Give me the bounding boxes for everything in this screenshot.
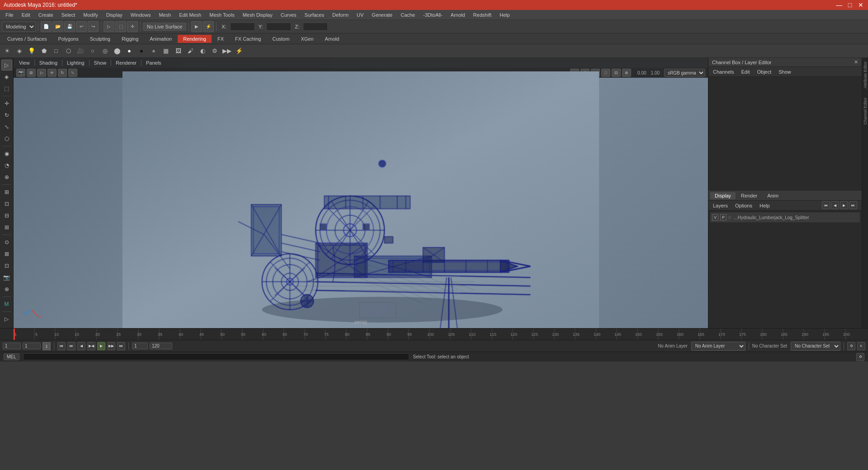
gray-sphere-btn[interactable]: ●: [148, 46, 159, 56]
layout-btn[interactable]: ⊠: [1, 249, 12, 259]
menu-edit-mesh[interactable]: Edit Mesh: [175, 11, 205, 19]
menu-mesh[interactable]: Mesh: [155, 11, 175, 19]
menu-create[interactable]: Create: [35, 11, 57, 19]
render-btn[interactable]: ▶: [191, 21, 202, 32]
light-icon-btn[interactable]: 💡: [26, 46, 37, 56]
layers-nav-layers[interactable]: Layers: [711, 202, 730, 209]
mode-selector[interactable]: Modeling: [2, 22, 36, 32]
timeline[interactable]: 1 5 10 15 20 25 30 35 40 45 50 55 60: [0, 328, 868, 340]
viewport[interactable]: View Shading Lighting Show Renderer Pane…: [14, 58, 708, 328]
go-start-btn[interactable]: ⏮: [57, 342, 66, 350]
save-scene-btn[interactable]: 💾: [64, 21, 75, 32]
select-tool-btn[interactable]: ▷: [1, 60, 12, 70]
area-icon-btn[interactable]: □: [51, 46, 61, 56]
cam-icon-btn[interactable]: 🎥: [75, 46, 86, 56]
tab-sculpting[interactable]: Sculpting: [85, 35, 116, 43]
chan-nav-channels[interactable]: Channels: [711, 68, 736, 75]
tab-xgen[interactable]: XGen: [295, 35, 319, 43]
play-fwd-btn[interactable]: ▶: [97, 342, 105, 350]
go-end-btn[interactable]: ⏭: [117, 342, 125, 350]
ipr2-btn[interactable]: ⚡: [234, 46, 245, 56]
menu-curves[interactable]: Curves: [277, 11, 300, 19]
tab-animation[interactable]: Animation: [144, 35, 177, 43]
select-btn[interactable]: ▷: [104, 21, 114, 32]
new-scene-btn[interactable]: 📄: [41, 21, 52, 32]
open-scene-btn[interactable]: 📂: [52, 21, 63, 32]
move-tool-btn[interactable]: ✛: [1, 98, 12, 109]
char-set-selector[interactable]: No Character Set: [791, 342, 840, 351]
lasso-btn[interactable]: ⬚: [115, 21, 126, 32]
attr-editor-tab[interactable]: Attribute Editor: [863, 61, 868, 89]
vp-menu-shading[interactable]: Shading: [37, 59, 60, 66]
command-input[interactable]: [23, 353, 410, 360]
prev-frame-btn[interactable]: ◀: [77, 342, 85, 350]
current-frame-input[interactable]: [23, 343, 41, 349]
ipr-btn[interactable]: ⚡: [203, 21, 214, 32]
layers-nav-options[interactable]: Options: [733, 202, 754, 209]
chan-nav-show[interactable]: Show: [777, 68, 793, 75]
status-settings-btn[interactable]: ⚙: [856, 353, 864, 361]
dra-tab-anim[interactable]: Anim: [763, 192, 783, 199]
vp-menu-lighting[interactable]: Lighting: [64, 59, 87, 66]
mel-button[interactable]: MEL: [4, 353, 19, 360]
menu-display[interactable]: Display: [103, 11, 126, 19]
snap-curve-btn[interactable]: ⊡: [1, 198, 12, 209]
snap-grid-btn[interactable]: ⊞: [1, 187, 12, 197]
chan-nav-edit[interactable]: Edit: [739, 68, 751, 75]
spot-icon-btn[interactable]: ⬟: [38, 46, 49, 56]
menu-select[interactable]: Select: [58, 11, 79, 19]
close-button[interactable]: ✕: [857, 1, 864, 9]
paint-select-btn[interactable]: ◈: [1, 71, 12, 82]
tab-custom[interactable]: Custom: [267, 35, 295, 43]
tab-fx-caching[interactable]: FX Caching: [230, 35, 266, 43]
soft-mod-btn[interactable]: ◉: [1, 148, 12, 159]
sky-icon-btn[interactable]: ◎: [99, 46, 110, 56]
layer-next2-btn[interactable]: ⏭: [849, 201, 857, 209]
range-start-input[interactable]: [132, 343, 148, 349]
expand-left-btn[interactable]: ▷: [1, 314, 12, 324]
start-frame-input[interactable]: [3, 343, 21, 349]
anim-layer-selector[interactable]: No Anim Layer: [691, 342, 745, 351]
chan-nav-object[interactable]: Object: [755, 68, 773, 75]
x-coord-input[interactable]: [230, 23, 255, 31]
menu-mesh-display[interactable]: Mesh Display: [239, 11, 276, 19]
move-btn[interactable]: ✛: [127, 21, 138, 32]
sun-icon-btn[interactable]: ☀: [2, 46, 13, 56]
layer-next-btn[interactable]: ▶: [840, 201, 848, 209]
sculpt-btn[interactable]: ◔: [1, 160, 12, 171]
z-coord-input[interactable]: [303, 23, 328, 31]
menu-generate[interactable]: Generate: [368, 11, 396, 19]
layers-nav-help[interactable]: Help: [758, 202, 772, 209]
universal-tool-btn[interactable]: ⬡: [1, 133, 12, 144]
texture-btn[interactable]: 🖼: [173, 46, 184, 56]
tab-rendering[interactable]: Rendering: [178, 35, 212, 43]
y-coord-input[interactable]: [266, 23, 291, 31]
layer-visibility-btn[interactable]: V: [712, 214, 718, 221]
menu-windows[interactable]: Windows: [127, 11, 155, 19]
quick-rig-btn[interactable]: ⊕: [1, 284, 12, 295]
menu-modify[interactable]: Modify: [80, 11, 101, 19]
geo-icon-btn[interactable]: ⬤: [112, 46, 123, 56]
mat-btn[interactable]: ◐: [197, 46, 208, 56]
scale-tool-btn[interactable]: ⤡: [1, 122, 12, 132]
env-icon-btn[interactable]: ○: [87, 46, 98, 56]
vp-menu-show[interactable]: Show: [91, 59, 109, 66]
frame-btn[interactable]: ⊡: [1, 260, 12, 271]
rotate-tool-btn[interactable]: ↻: [1, 110, 12, 121]
menu-file[interactable]: File: [2, 11, 17, 19]
layer-playback-btn[interactable]: P: [720, 214, 726, 221]
menu-deform[interactable]: Deform: [329, 11, 352, 19]
minimize-button[interactable]: —: [835, 1, 843, 9]
layer-prev-btn[interactable]: ⏮: [822, 201, 830, 209]
undo-btn[interactable]: ↩: [76, 21, 87, 32]
menu-cache[interactable]: Cache: [397, 11, 419, 19]
maya-icon-btn[interactable]: M: [1, 299, 12, 310]
menu-uv[interactable]: UV: [353, 11, 367, 19]
batch-render-btn[interactable]: ▶▶: [222, 46, 232, 56]
menu-help[interactable]: Help: [496, 11, 514, 19]
tab-arnold[interactable]: Arnold: [320, 35, 345, 43]
select-icon-btn[interactable]: ◈: [14, 46, 25, 56]
render-settings-btn[interactable]: ⚙: [209, 46, 220, 56]
menu-3dtoall[interactable]: -3DtoAll-: [420, 11, 446, 19]
range-end-input[interactable]: [150, 343, 172, 349]
